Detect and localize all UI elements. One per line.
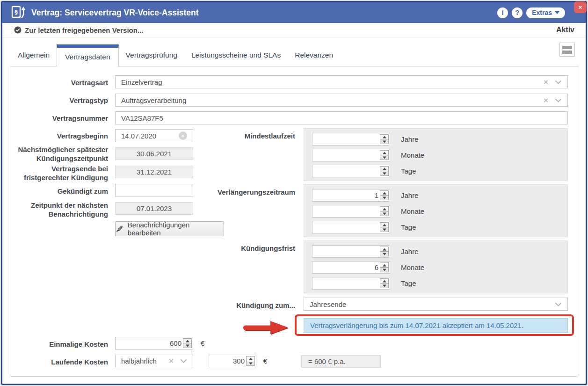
spin-down-icon[interactable]: [380, 195, 388, 200]
mindestlaufzeit-tage-input[interactable]: [313, 167, 380, 175]
renewal-notice: Vertragsverlängerung bis zum 14.07.2021 …: [304, 318, 568, 333]
vertragstyp-input[interactable]: [121, 96, 540, 104]
verlaengerung-monate-input[interactable]: [313, 207, 380, 215]
kuendigungsfrist-tage-input[interactable]: [313, 279, 380, 287]
clear-icon[interactable]: ×: [169, 357, 174, 365]
spin-down-icon[interactable]: [380, 251, 388, 256]
chevron-down-icon[interactable]: [180, 359, 187, 363]
mindestlaufzeit-tage-spinner[interactable]: [312, 165, 390, 177]
spinner-buttons[interactable]: [380, 134, 389, 144]
spinner-buttons[interactable]: [380, 278, 389, 288]
mindestlaufzeit-monate-spinner[interactable]: [312, 149, 390, 161]
vertragsbeginn-datepicker[interactable]: ×: [115, 129, 193, 142]
spin-up-icon[interactable]: [183, 339, 191, 343]
spin-up-icon[interactable]: [380, 191, 388, 195]
spin-up-icon[interactable]: [247, 357, 254, 361]
kuendigungsfrist-jahre-input[interactable]: [313, 248, 380, 255]
spin-down-icon[interactable]: [183, 343, 191, 348]
spin-down-icon[interactable]: [380, 171, 388, 175]
spin-down-icon[interactable]: [247, 361, 254, 365]
spinner-buttons[interactable]: [246, 356, 255, 366]
annotation-arrow-icon: [242, 320, 291, 336]
kuendigung-zum-dropdown[interactable]: [304, 298, 568, 311]
spinner-buttons[interactable]: [380, 206, 389, 216]
verlaengerung-tage-input[interactable]: [313, 223, 380, 231]
vertragsbeginn-input[interactable]: [121, 132, 179, 140]
spin-down-icon[interactable]: [380, 267, 388, 272]
spin-up-icon[interactable]: [380, 247, 388, 251]
spin-down-icon[interactable]: [380, 283, 388, 288]
verlaengerung-tage-spinner[interactable]: [312, 221, 390, 233]
kosten-intervall-input[interactable]: [121, 357, 165, 365]
page-title: Vertrag: Servicevertrag VR-Voice-Assiste…: [31, 8, 199, 18]
last-released-version-link[interactable]: Zur letzten freigegebenen Version...: [14, 26, 143, 34]
spinner-buttons[interactable]: [183, 338, 192, 348]
mindestlaufzeit-jahre-spinner[interactable]: [312, 133, 390, 146]
spinner-buttons[interactable]: [380, 262, 389, 272]
laufende-kosten-input[interactable]: [210, 357, 246, 365]
tab-relevanzen[interactable]: Relevanzen: [288, 44, 340, 66]
kuendigungsfrist-monate-spinner[interactable]: [312, 261, 390, 274]
spin-down-icon[interactable]: [380, 227, 388, 232]
layout-toggle-button[interactable]: [559, 43, 575, 57]
kuendigungsfrist-tage-spinner[interactable]: [312, 277, 390, 290]
einmalige-kosten-label: Einmalige Kosten: [15, 340, 108, 349]
gekuendigt-zum-field[interactable]: [115, 184, 193, 197]
einmalige-kosten-spinner[interactable]: [115, 337, 193, 350]
spin-up-icon[interactable]: [380, 135, 388, 139]
einmalige-kosten-input[interactable]: [116, 339, 183, 347]
spin-up-icon[interactable]: [380, 279, 388, 283]
gekuendigt-zum-input[interactable]: [121, 187, 187, 195]
info-button[interactable]: i: [497, 7, 508, 18]
verlaengerungszeitraum-label: Verlängerungszeitraum: [202, 188, 295, 197]
clear-icon[interactable]: ×: [544, 78, 548, 86]
contract-icon: §: [11, 5, 27, 20]
extras-menu-button[interactable]: Extras: [526, 7, 565, 18]
vertragsart-input[interactable]: [121, 78, 540, 86]
verlaengerung-monate-spinner[interactable]: [312, 205, 390, 218]
spinner-buttons[interactable]: [380, 222, 389, 232]
tab-leistungsscheine-slas[interactable]: Leistungsscheine und SLAs: [184, 44, 288, 66]
spin-up-icon[interactable]: [380, 167, 388, 171]
spin-up-icon[interactable]: [380, 263, 388, 267]
kuendigungsfrist-monate-input[interactable]: [313, 263, 380, 271]
laufende-kosten-spinner[interactable]: [209, 355, 256, 367]
kuendigungsfrist-jahre-spinner[interactable]: [312, 245, 390, 258]
spinner-buttons[interactable]: [380, 166, 389, 176]
close-icon: ×: [579, 4, 582, 11]
spin-up-icon[interactable]: [380, 223, 388, 227]
spinner-buttons[interactable]: [380, 190, 389, 200]
kosten-intervall-dropdown[interactable]: ×: [115, 355, 193, 367]
close-button[interactable]: ×: [574, 1, 587, 13]
clear-date-icon[interactable]: ×: [179, 131, 187, 140]
tab-allgemein[interactable]: Allgemein: [11, 44, 57, 66]
spin-up-icon[interactable]: [380, 151, 388, 155]
mindestlaufzeit-group: Jahre Monate Tage: [304, 128, 568, 181]
kuendigung-zum-input[interactable]: [310, 300, 548, 308]
monate-unit-label: Monate: [401, 207, 424, 215]
vertragsnummer-field[interactable]: [115, 111, 568, 124]
vertragsnummer-input[interactable]: [121, 114, 562, 122]
spin-down-icon[interactable]: [380, 139, 388, 144]
verlaengerung-jahre-input[interactable]: [313, 191, 380, 199]
chevron-down-icon[interactable]: [555, 302, 562, 306]
edit-notifications-button[interactable]: Benachrichtigungen bearbeiten: [115, 221, 224, 236]
verlaengerung-jahre-spinner[interactable]: [312, 189, 390, 202]
spin-up-icon[interactable]: [380, 207, 388, 211]
help-button[interactable]: ?: [512, 7, 523, 18]
mindestlaufzeit-monate-input[interactable]: [313, 151, 380, 159]
chevron-down-icon[interactable]: [555, 80, 562, 84]
mindestlaufzeit-jahre-input[interactable]: [313, 135, 380, 143]
vertragsart-dropdown[interactable]: ×: [115, 75, 568, 88]
tab-vertragspruefung[interactable]: Vertragsprüfung: [119, 44, 184, 66]
gekuendigt-zum-label: Gekündigt zum: [15, 187, 108, 196]
spin-down-icon[interactable]: [380, 155, 388, 160]
spinner-buttons[interactable]: [380, 247, 389, 256]
spin-down-icon[interactable]: [380, 211, 388, 216]
vertragsende-label: Vertragsende bei fristgerechter Kündigun…: [15, 164, 108, 182]
vertragstyp-dropdown[interactable]: ×: [115, 94, 568, 107]
chevron-down-icon[interactable]: [555, 98, 562, 102]
clear-icon[interactable]: ×: [544, 96, 548, 104]
tab-vertragsdaten[interactable]: Vertragsdaten: [57, 44, 119, 66]
spinner-buttons[interactable]: [380, 150, 389, 160]
